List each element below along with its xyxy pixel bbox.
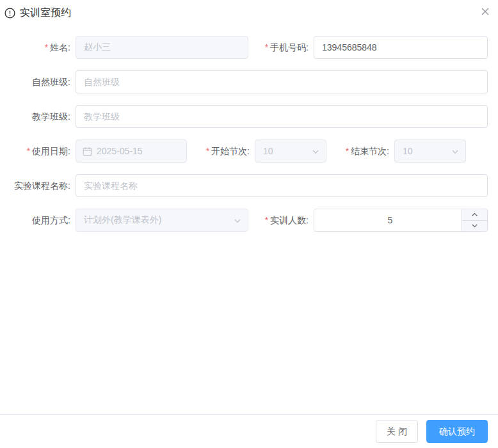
required-marker: *	[27, 146, 30, 156]
start-period-value: 10	[263, 146, 273, 156]
phone-input[interactable]	[314, 36, 488, 59]
use-date-label-text: 使用日期:	[32, 146, 70, 156]
use-date-picker[interactable]: 2025-05-15	[76, 140, 187, 163]
use-date-value: 2025-05-15	[97, 146, 143, 156]
phone-label-text: 手机号码:	[270, 42, 309, 52]
natural-class-input[interactable]	[76, 70, 488, 93]
teaching-class-label: 教学班级:	[0, 105, 76, 128]
course-name-input[interactable]	[76, 174, 488, 197]
close-icon[interactable]	[479, 5, 492, 18]
use-method-label: 使用方式:	[0, 209, 76, 232]
decrease-button[interactable]	[462, 221, 487, 232]
reservation-dialog: 实训室预约 *姓名: *手机号码: 自然班级: 教学班级: *使用日期:	[0, 0, 498, 448]
required-marker: *	[265, 42, 268, 52]
form-row-method-count: 使用方式: 计划外(教学课表外) *实训人数:	[0, 209, 498, 232]
form-row-natural-class: 自然班级:	[0, 70, 498, 93]
phone-label: *手机号码:	[248, 36, 314, 59]
chevron-down-icon	[451, 148, 459, 156]
required-marker: *	[45, 42, 48, 52]
chevron-down-icon	[234, 217, 241, 225]
name-label-text: 姓名:	[50, 42, 70, 52]
start-period-label-text: 开始节次:	[211, 146, 250, 156]
teaching-class-label-text: 教学班级:	[32, 111, 70, 122]
teaching-class-input[interactable]	[76, 105, 488, 128]
trainee-count-stepper	[314, 209, 488, 232]
end-period-value: 10	[403, 146, 413, 156]
use-method-value: 计划外(教学课表外)	[84, 214, 161, 226]
name-input[interactable]	[76, 36, 248, 59]
dialog-body: *姓名: *手机号码: 自然班级: 教学班级: *使用日期: 2025-05-1…	[0, 19, 498, 232]
course-name-label-text: 实验课程名称:	[14, 180, 70, 191]
form-row-name-phone: *姓名: *手机号码:	[0, 36, 498, 59]
close-button[interactable]: 关 闭	[376, 420, 418, 443]
dialog-title: 实训室预约	[20, 6, 71, 19]
form-row-teaching-class: 教学班级:	[0, 105, 498, 128]
dialog-title-wrap: 实训室预约	[4, 6, 71, 19]
use-method-label-text: 使用方式:	[32, 215, 70, 225]
natural-class-label: 自然班级:	[0, 70, 76, 93]
use-method-select[interactable]: 计划外(教学课表外)	[76, 209, 248, 232]
required-marker: *	[206, 146, 209, 156]
trainee-count-label: *实训人数:	[248, 209, 314, 232]
natural-class-label-text: 自然班级:	[32, 77, 70, 87]
trainee-count-label-text: 实训人数:	[270, 215, 309, 225]
confirm-reservation-button[interactable]: 确认预约	[426, 420, 488, 443]
start-period-select[interactable]: 10	[255, 140, 326, 163]
use-date-label: *使用日期:	[0, 140, 76, 163]
required-marker: *	[265, 215, 268, 225]
name-label: *姓名:	[0, 36, 76, 59]
form-row-course-name: 实验课程名称:	[0, 174, 498, 197]
form-row-date-periods: *使用日期: 2025-05-15 *开始节次: 10 *结束节次: 10	[0, 140, 498, 163]
dialog-footer: 关 闭 确认预约	[0, 414, 498, 448]
chevron-down-icon	[312, 148, 319, 156]
required-marker: *	[346, 146, 349, 156]
course-name-label: 实验课程名称:	[0, 174, 76, 197]
end-period-label-text: 结束节次:	[351, 146, 389, 156]
start-period-label: *开始节次:	[187, 140, 255, 163]
dialog-header: 实训室预约	[0, 0, 498, 19]
end-period-label: *结束节次:	[326, 140, 394, 163]
increase-button[interactable]	[462, 209, 487, 221]
stepper-controls	[462, 209, 487, 231]
calendar-icon	[83, 147, 92, 156]
end-period-select[interactable]: 10	[394, 140, 466, 163]
warning-circle-icon	[4, 8, 15, 19]
